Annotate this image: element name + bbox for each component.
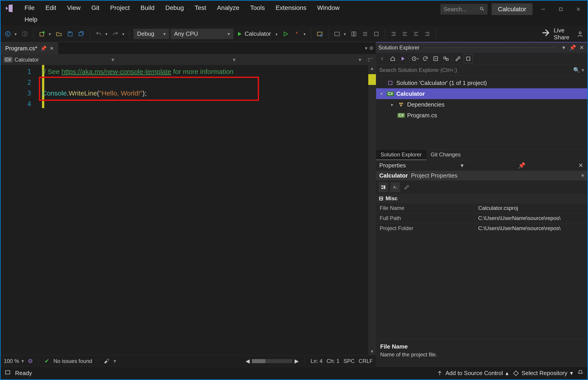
nav-back-button[interactable] <box>3 29 18 38</box>
eol-mode[interactable]: CRLF <box>359 358 373 364</box>
window-close-button[interactable] <box>571 4 585 15</box>
menu-git[interactable]: Git <box>86 2 105 14</box>
menu-project[interactable]: Project <box>105 2 135 14</box>
editor-hscrollbar[interactable]: ◀▶ <box>246 358 299 364</box>
notifications-icon[interactable] <box>577 369 583 377</box>
prop-value[interactable]: Calculator.csproj <box>474 203 587 213</box>
config-dropdown[interactable]: Debug▾ <box>133 29 169 39</box>
code-line-4[interactable] <box>42 99 368 110</box>
menu-file[interactable]: File <box>19 2 40 14</box>
menu-test[interactable]: Test <box>189 2 211 14</box>
se-sync-icon[interactable] <box>421 54 430 63</box>
open-button[interactable] <box>54 29 64 38</box>
editor-tab-program[interactable]: Program.cs* 📌 ✕ <box>1 42 58 54</box>
tree-file-program[interactable]: C# Program.cs <box>376 110 587 121</box>
menu-edit[interactable]: Edit <box>40 2 62 14</box>
prop-value[interactable]: C:\Users\UserName\source\repos\ <box>474 213 587 223</box>
save-button[interactable] <box>65 29 75 38</box>
nav-split-icon[interactable]: ⫍ <box>365 54 376 65</box>
redo-button[interactable] <box>110 29 126 38</box>
code-editor[interactable]: 1 2 3 4 // See https://aka.ms/new-consol… <box>1 65 376 355</box>
se-preview-icon[interactable] <box>464 54 473 63</box>
tab-solution-explorer[interactable]: Solution Explorer <box>376 150 426 160</box>
find-in-files-icon[interactable] <box>315 29 325 38</box>
code-line-1[interactable]: // See https://aka.ms/new-console-templa… <box>42 66 368 77</box>
close-tab-icon[interactable]: ✕ <box>50 46 54 52</box>
menu-analyze[interactable]: Analyze <box>212 2 245 14</box>
indent-left-icon[interactable] <box>389 29 399 38</box>
uncomment-icon[interactable] <box>423 29 432 38</box>
comment-icon[interactable] <box>411 29 421 38</box>
menu-help[interactable]: Help <box>19 14 43 25</box>
brush-icon[interactable]: 🖌 <box>104 358 110 364</box>
platform-dropdown[interactable]: Any CPU▾ <box>170 29 233 39</box>
nav-fwd-button[interactable] <box>20 29 30 38</box>
editor-vscrollbar[interactable]: ▲ ▼ <box>368 65 376 355</box>
undo-button[interactable] <box>94 29 109 38</box>
menu-extensions[interactable]: Extensions <box>270 2 312 14</box>
se-properties-icon[interactable] <box>453 54 462 63</box>
search-box[interactable]: Search... <box>440 4 488 15</box>
menu-view[interactable]: View <box>62 2 86 14</box>
tab-settings-icon[interactable]: ⚙ <box>369 45 374 51</box>
tb-icon-3[interactable] <box>360 29 370 38</box>
menu-tools[interactable]: Tools <box>245 2 270 14</box>
scroll-down-icon[interactable]: ▼ <box>370 348 374 355</box>
panel-pin-icon[interactable]: 📌 <box>569 44 576 51</box>
save-all-button[interactable] <box>76 29 86 38</box>
props-close-icon[interactable]: ✕ <box>577 162 584 169</box>
pin-icon[interactable]: 📌 <box>40 46 47 52</box>
window-maximize-button[interactable] <box>554 4 568 15</box>
start-without-debug-button[interactable] <box>281 29 291 38</box>
nav-type-dropdown[interactable]: ▾ <box>117 54 239 65</box>
scroll-up-icon[interactable]: ▲ <box>370 65 374 72</box>
window-minimize-button[interactable] <box>536 4 550 15</box>
props-categorized-icon[interactable] <box>378 182 388 192</box>
se-history-icon[interactable]: ▾ <box>410 54 420 63</box>
panel-close-icon[interactable]: ✕ <box>578 44 585 51</box>
zoom-combo[interactable]: 100 %▾ <box>4 358 24 364</box>
tb-icon-4[interactable] <box>371 29 381 38</box>
panel-menu-icon[interactable]: ▾ <box>560 44 567 51</box>
solution-explorer-search[interactable]: Search Solution Explorer (Ctrl+;) 🔍 ▾ <box>376 64 587 76</box>
account-icon[interactable] <box>575 29 585 38</box>
svg-rect-14 <box>352 32 353 36</box>
tab-overflow-icon[interactable]: ▾ <box>365 45 367 51</box>
select-repository-button[interactable]: Select Repository▾ <box>513 370 573 377</box>
code-line-2[interactable] <box>42 77 368 88</box>
menu-debug[interactable]: Debug <box>160 2 189 14</box>
props-alpha-icon[interactable]: A↓ <box>390 182 400 192</box>
se-back-icon[interactable] <box>378 54 387 63</box>
menu-window[interactable]: Window <box>312 2 345 14</box>
add-to-source-control-button[interactable]: Add to Source Control▴ <box>437 370 509 377</box>
props-pin-icon[interactable]: 📌 <box>518 162 525 169</box>
live-share-button[interactable]: Live Share <box>538 27 569 41</box>
properties-header: Properties ▾ 📌 ✕ <box>376 160 587 171</box>
tb-icon-2[interactable] <box>349 29 359 38</box>
tree-dependencies-node[interactable]: ▸ Dependencies <box>376 99 587 110</box>
nav-project-dropdown[interactable]: C# Calculator ▾ <box>1 54 117 65</box>
browse-icon[interactable] <box>332 29 348 38</box>
props-menu-icon[interactable]: ▾ <box>459 162 465 169</box>
start-debug-button[interactable]: Calculator <box>235 30 279 37</box>
menu-build[interactable]: Build <box>135 2 160 14</box>
se-switch-view-icon[interactable] <box>399 54 407 63</box>
nav-member-dropdown[interactable]: ▾ <box>239 54 365 65</box>
prop-value[interactable]: C:\Users\UserName\source\repos\ <box>474 223 587 233</box>
intellicode-icon[interactable]: ❂ <box>28 358 33 364</box>
se-collapse-icon[interactable] <box>431 54 440 63</box>
props-wrench-icon[interactable] <box>402 182 412 192</box>
hot-reload-button[interactable] <box>292 29 307 38</box>
tree-solution-node[interactable]: Solution 'Calculator' (1 of 1 project) <box>376 77 587 88</box>
output-icon[interactable] <box>5 369 11 377</box>
properties-object-select[interactable]: Calculator Project Properties ▾ <box>376 171 587 180</box>
se-showall-icon[interactable] <box>441 54 450 63</box>
tab-git-changes[interactable]: Git Changes <box>426 150 465 160</box>
whitespace-mode[interactable]: SPC <box>344 358 355 364</box>
indent-right-icon[interactable] <box>400 29 410 38</box>
code-line-3[interactable]: Console.WriteLine("Hello, World!"); <box>42 88 368 99</box>
new-item-button[interactable] <box>37 29 53 38</box>
tree-project-node[interactable]: ▾ C# Calculator <box>376 88 587 99</box>
se-home-icon[interactable] <box>388 54 397 63</box>
properties-category-misc[interactable]: ⊟Misc <box>376 194 587 203</box>
